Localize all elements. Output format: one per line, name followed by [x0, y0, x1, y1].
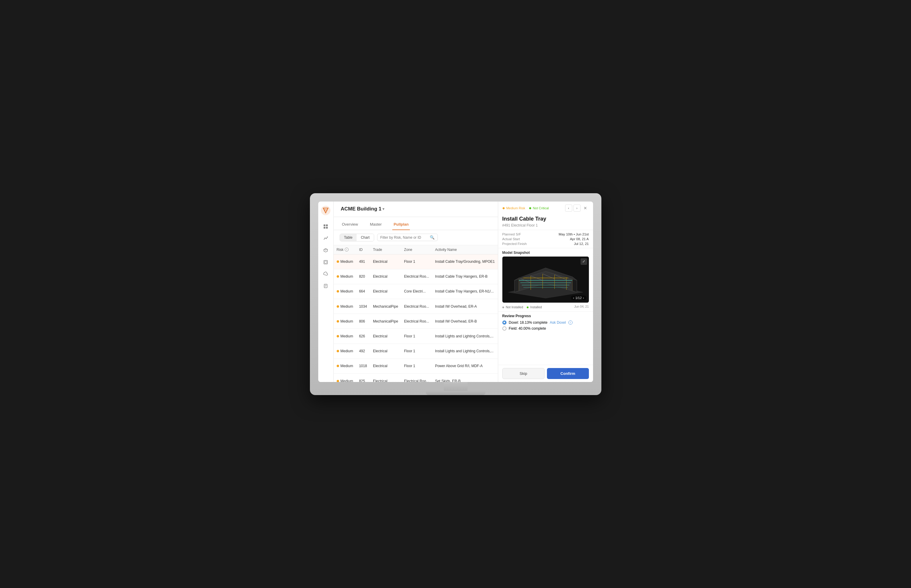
sidebar-item-dashboard[interactable] [321, 222, 330, 231]
risk-info-icon[interactable]: i [345, 248, 349, 252]
tab-master[interactable]: Master [369, 219, 383, 230]
cell-id: 664 [356, 284, 370, 299]
tabs-bar: Overview Master Pullplan [334, 217, 498, 230]
table-row[interactable]: Medium 1034 MechanicalPipe Electrical Ro… [334, 299, 498, 314]
panel-next-btn[interactable]: › [573, 205, 581, 212]
panel-meta: Planned S/F May 10th • Jun 21st Actual S… [498, 230, 593, 248]
search-icon: 🔍 [430, 235, 435, 240]
data-table: Risk i ID Trade Zone Activity Name % Com… [334, 245, 498, 382]
table-view-btn[interactable]: Table [340, 234, 357, 241]
cell-id: 1034 [356, 299, 370, 314]
cell-risk: Medium [334, 374, 356, 382]
tab-pullplan[interactable]: Pullplan [392, 219, 410, 230]
review-progress-title: Review Progress [502, 314, 589, 318]
app-logo [320, 205, 331, 216]
skip-button[interactable]: Skip [502, 368, 545, 379]
panel-prev-btn[interactable]: ‹ [565, 205, 572, 212]
cell-id: 820 [356, 269, 370, 284]
svg-rect-12 [325, 261, 327, 263]
projected-finish-label: Projected Finish [502, 242, 527, 246]
table-toolbar: Table Chart 🔍 [334, 230, 498, 245]
sidebar-item-book[interactable] [321, 281, 330, 291]
content-area: Table Chart 🔍 [334, 230, 498, 382]
cell-risk: Medium [334, 254, 356, 269]
cell-activity: Set Skids, ER-B [432, 374, 498, 382]
cell-risk: Medium [334, 269, 356, 284]
expand-model-btn[interactable]: ⤢ [581, 258, 587, 265]
cell-risk: Medium [334, 329, 356, 344]
cell-risk: Medium [334, 359, 356, 373]
cell-activity: Install Lights and Lighting Controls,... [432, 344, 498, 359]
search-input[interactable] [380, 236, 428, 240]
panel-close-btn[interactable]: ✕ [582, 205, 589, 212]
confirm-button[interactable]: Confirm [547, 368, 589, 379]
sidebar-item-cloud[interactable] [321, 269, 330, 279]
svg-rect-3 [326, 225, 328, 226]
svg-rect-2 [324, 225, 325, 226]
model-snapshot-label: Model Snapshot [502, 250, 589, 255]
col-risk: Risk i [334, 245, 356, 254]
actual-start-label: Actual Start [502, 237, 520, 241]
ask-doxel-info-icon[interactable]: i [568, 320, 573, 325]
project-title[interactable]: ACME Building 1 ▾ [341, 206, 385, 212]
cell-zone: Core Electri... [401, 284, 432, 299]
sidebar-item-chart[interactable] [321, 234, 330, 243]
cell-trade: Electrical [370, 374, 401, 382]
project-dropdown-arrow[interactable]: ▾ [382, 207, 384, 211]
sidebar-item-3d[interactable] [321, 246, 330, 255]
status-badges: ● Medium Risk ● Not Critical [502, 205, 549, 211]
panel-navigation: ‹ › ✕ [565, 205, 589, 212]
svg-point-6 [327, 236, 328, 237]
table-row[interactable]: Medium 825 Electrical Electrical Roo... … [334, 374, 498, 382]
table-row[interactable]: Medium 491 Electrical Floor 1 Install Ca… [334, 254, 498, 269]
table-row[interactable]: Medium 664 Electrical Core Electri... In… [334, 284, 498, 299]
col-trade: Trade [370, 245, 401, 254]
sidebar-item-expand[interactable] [321, 257, 330, 267]
svg-point-0 [321, 206, 330, 215]
search-box[interactable]: 🔍 [377, 234, 438, 241]
cell-id: 825 [356, 374, 370, 382]
cell-id: 492 [356, 344, 370, 359]
nav-prev-icon[interactable]: ‹ [573, 296, 574, 300]
col-id: ID [356, 245, 370, 254]
panel-header: ● Medium Risk ● Not Critical ‹ › ✕ [498, 202, 593, 230]
tab-overview[interactable]: Overview [341, 219, 359, 230]
table-row[interactable]: Medium 1018 Electrical Floor 1 Power Abo… [334, 359, 498, 373]
cell-trade: MechanicalPipe [370, 299, 401, 314]
cell-trade: Electrical [370, 254, 401, 269]
ask-doxel-link[interactable]: Ask Doxel [550, 320, 566, 325]
sidebar [318, 202, 334, 382]
svg-rect-4 [324, 227, 325, 229]
model-image-nav: ‹ 1/12 › [571, 296, 586, 300]
table-row[interactable]: Medium 626 Electrical Floor 1 Install Li… [334, 329, 498, 344]
right-panel: ● Medium Risk ● Not Critical ‹ › ✕ [498, 202, 593, 382]
chart-view-btn[interactable]: Chart [357, 234, 374, 241]
cell-risk: Medium [334, 344, 356, 359]
table-row[interactable]: Medium 492 Electrical Floor 1 Install Li… [334, 344, 498, 359]
planned-sf-value: May 10th • Jun 21st [558, 233, 589, 236]
cell-activity: Install Lights and Lighting Controls,... [432, 329, 498, 344]
cell-activity: Install IW Overhead, ER-B [432, 314, 498, 329]
doxel-radio [502, 320, 506, 325]
nav-next-icon[interactable]: › [583, 296, 584, 300]
panel-title: Install Cable Tray [502, 214, 589, 223]
cell-zone: Floor 1 [401, 344, 432, 359]
badge-medium-risk: ● Medium Risk [502, 205, 525, 211]
cell-risk: Medium [334, 284, 356, 299]
top-bar: ACME Building 1 ▾ [334, 202, 498, 217]
svg-rect-5 [326, 227, 328, 229]
cell-zone: Floor 1 [401, 359, 432, 373]
table-row[interactable]: Medium 820 Electrical Electrical Roo... … [334, 269, 498, 284]
view-toggle: Table Chart [340, 234, 374, 241]
cell-id: 1018 [356, 359, 370, 373]
not-installed-dot [502, 307, 504, 308]
planned-sf-label: Planned S/F [502, 233, 521, 236]
cell-zone: Electrical Roo... [401, 374, 432, 382]
cell-activity: Install Cable Tray/Grounding, MPOE1 [432, 254, 498, 269]
cell-trade: Electrical [370, 284, 401, 299]
table-scroll-container[interactable]: Risk i ID Trade Zone Activity Name % Com… [334, 245, 498, 382]
cell-zone: Electrical Roo... [401, 314, 432, 329]
cell-zone: Floor 1 [401, 254, 432, 269]
table-row[interactable]: Medium 806 MechanicalPipe Electrical Roo… [334, 314, 498, 329]
cell-zone: Electrical Roo... [401, 299, 432, 314]
